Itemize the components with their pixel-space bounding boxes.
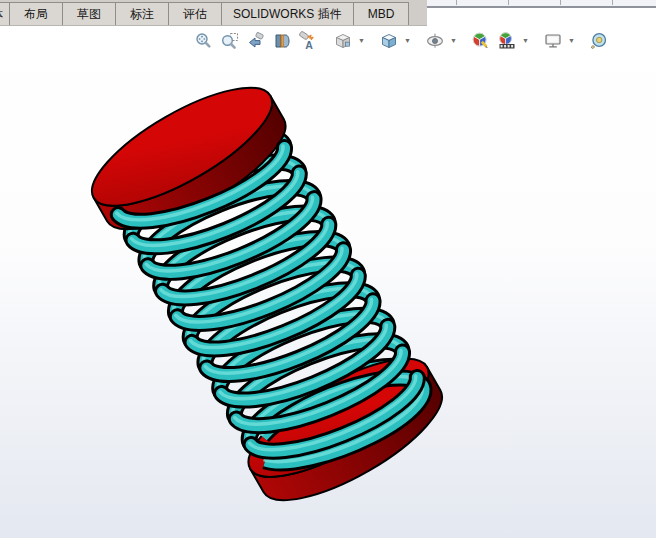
svg-text:A: A <box>305 39 313 51</box>
top-edge-tick <box>560 0 561 5</box>
zoom-to-fit-button[interactable] <box>192 29 216 53</box>
measure-tool-button[interactable] <box>587 29 611 53</box>
hide-show-dropdown-caret[interactable]: ▼ <box>449 29 458 53</box>
heads-up-toolbar: A ▼ ▼ <box>192 29 611 53</box>
spring-assembly-model[interactable] <box>77 66 458 521</box>
view-orientation-dropdown-caret[interactable]: ▼ <box>357 29 366 53</box>
view-settings-button[interactable] <box>541 29 565 53</box>
top-edge-tick <box>456 0 457 5</box>
tab-annotation[interactable]: 标注 <box>115 2 169 25</box>
eye-icon <box>425 31 445 51</box>
tab-evaluate[interactable]: 评估 <box>168 2 222 25</box>
tab-sketch[interactable]: 草图 <box>62 2 116 25</box>
tab-layout[interactable]: 布局 <box>9 2 63 25</box>
monitor-icon <box>543 31 563 51</box>
shaded-cube-icon <box>379 31 399 51</box>
command-manager-tab-bar: 体 布局 草图 标注 评估 SOLIDWORKS 插件 MBD <box>0 0 427 26</box>
apply-scene-dropdown-caret[interactable]: ▼ <box>521 29 530 53</box>
previous-view-button[interactable] <box>244 29 268 53</box>
section-box-icon <box>272 31 292 51</box>
hide-show-items-button[interactable] <box>423 29 447 53</box>
model-canvas[interactable] <box>0 27 656 538</box>
tab-partial-label: 体 <box>0 3 3 25</box>
tab-mbd[interactable]: MBD <box>353 2 410 25</box>
tape-measure-icon <box>589 31 609 51</box>
tab-solidworks-addins[interactable]: SOLIDWORKS 插件 <box>221 2 354 25</box>
magnifier-area-icon <box>220 31 240 51</box>
paint-ball-pencil-icon <box>471 31 491 51</box>
edit-appearance-button[interactable] <box>469 29 493 53</box>
cube-faces-icon <box>333 31 353 51</box>
display-style-button[interactable] <box>377 29 401 53</box>
arrow-left-flashlight-icon <box>246 31 266 51</box>
top-edge-tick <box>508 0 509 5</box>
graphics-area[interactable]: A ▼ ▼ <box>0 27 656 538</box>
view-orientation-button[interactable] <box>331 29 355 53</box>
view-settings-dropdown-caret[interactable]: ▼ <box>567 29 576 53</box>
magnifier-arrows-icon <box>194 31 214 51</box>
paint-ball-scene-icon <box>497 31 517 51</box>
section-view-button[interactable] <box>270 29 294 53</box>
apply-scene-button[interactable] <box>495 29 519 53</box>
annotation-views-button[interactable]: A <box>296 29 320 53</box>
display-style-dropdown-caret[interactable]: ▼ <box>403 29 412 53</box>
flashlight-a-icon: A <box>298 31 318 51</box>
window-top-edge <box>426 0 656 8</box>
zoom-to-area-button[interactable] <box>218 29 242 53</box>
top-edge-tick <box>612 0 613 5</box>
